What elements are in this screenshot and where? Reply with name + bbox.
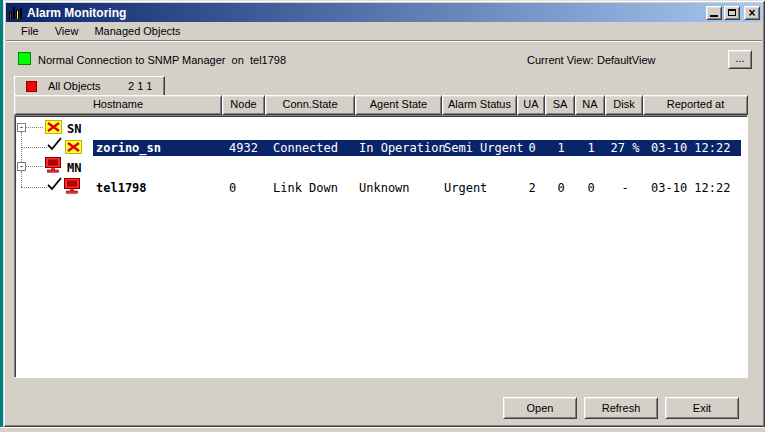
object-tree-list: - SN zorino_sn 4932 Connected In Operati… xyxy=(14,115,748,378)
tree-line xyxy=(26,166,43,167)
checkmark-icon[interactable] xyxy=(46,136,63,155)
tab-alarm-red-square-icon xyxy=(26,81,37,92)
sn-group-yellow-x-icon xyxy=(45,120,62,137)
cell-agent-state: In Operation xyxy=(359,140,446,156)
refresh-button[interactable]: Refresh xyxy=(584,397,658,419)
alarm-monitoring-window: Alarm Monitoring × File View Managed Obj… xyxy=(3,0,765,427)
minimize-button[interactable] xyxy=(706,6,722,20)
menubar: File View Managed Objects xyxy=(6,22,762,41)
cell-reported-at: 03-10 12:22 xyxy=(651,140,730,156)
column-header-reported-at[interactable]: Reported at xyxy=(643,95,748,115)
cell-alarm-status: Urgent xyxy=(444,180,487,196)
column-header-ua[interactable]: UA xyxy=(517,95,545,115)
tree-line xyxy=(21,147,47,148)
table-row-tel1798[interactable]: tel1798 0 Link Down Unknown Urgent 2 0 0… xyxy=(93,180,741,196)
cell-sa: 0 xyxy=(546,180,576,196)
table-row-zorino-sn[interactable]: zorino_sn 4932 Connected In Operation Se… xyxy=(93,140,741,156)
sn-node-yellow-x-icon xyxy=(65,140,82,157)
expander-minus-box-icon[interactable]: - xyxy=(17,162,26,171)
mn-node-red-terminal-icon xyxy=(63,178,81,197)
checkmark-icon[interactable] xyxy=(46,176,63,195)
close-button[interactable]: × xyxy=(744,6,760,20)
tree-line xyxy=(21,187,47,188)
exit-button[interactable]: Exit xyxy=(665,397,739,419)
taskbar-edge-strip xyxy=(0,427,765,432)
cell-na: 1 xyxy=(576,140,606,156)
cell-conn-state: Link Down xyxy=(273,180,338,196)
cell-disk: - xyxy=(606,180,644,196)
menu-view[interactable]: View xyxy=(49,23,85,39)
column-header-alarm-status[interactable]: Alarm Status xyxy=(442,95,517,115)
table-header: Hostname Node Conn.State Agent State Ala… xyxy=(14,95,748,115)
tree-line xyxy=(21,171,22,187)
menu-file[interactable]: File xyxy=(15,23,45,39)
titlebar[interactable]: Alarm Monitoring × xyxy=(6,3,762,22)
maximize-icon xyxy=(728,9,736,16)
close-icon: × xyxy=(748,8,755,18)
cell-reported-at: 03-10 12:22 xyxy=(651,180,730,196)
cell-disk: 27 % xyxy=(606,140,644,156)
cell-conn-state: Connected xyxy=(273,140,338,156)
column-header-node[interactable]: Node xyxy=(222,95,265,115)
column-header-disk[interactable]: Disk xyxy=(605,95,643,115)
cell-hostname[interactable]: zorino_sn xyxy=(96,140,161,156)
connection-status-text: Normal Connection to SNMP Manager on tel… xyxy=(38,54,286,66)
tab-counts: 2 1 1 xyxy=(128,80,152,92)
group-label-sn[interactable]: SN xyxy=(67,122,81,136)
cell-hostname[interactable]: tel1798 xyxy=(96,180,147,196)
cell-ua: 0 xyxy=(518,140,546,156)
cell-alarm-status: Semi Urgent xyxy=(444,140,523,156)
current-view-label: Current View: xyxy=(527,54,593,66)
window-controls: × xyxy=(706,6,760,20)
cell-na: 0 xyxy=(576,180,606,196)
view-browse-button[interactable]: ... xyxy=(728,50,752,69)
cell-ua: 2 xyxy=(518,180,546,196)
mn-group-red-terminal-icon xyxy=(44,157,62,176)
cell-agent-state: Unknown xyxy=(359,180,410,196)
expander-minus-box-icon[interactable]: - xyxy=(17,123,26,132)
column-header-agent-state[interactable]: Agent State xyxy=(355,95,442,115)
tab-all-objects[interactable]: All Objects 2 1 1 xyxy=(14,76,165,96)
menu-managed-objects[interactable]: Managed Objects xyxy=(88,23,186,39)
cell-node: 4932 xyxy=(229,140,258,156)
cell-node: 0 xyxy=(229,180,236,196)
app-bar-chart-icon xyxy=(8,6,23,20)
group-label-mn[interactable]: MN xyxy=(67,161,81,175)
desktop: Alarm Monitoring × File View Managed Obj… xyxy=(0,0,765,432)
column-header-hostname[interactable]: Hostname xyxy=(14,95,222,115)
column-header-conn-state[interactable]: Conn.State xyxy=(265,95,355,115)
connection-status-green-square-icon xyxy=(18,52,31,65)
window-title: Alarm Monitoring xyxy=(27,6,706,20)
tree-line xyxy=(26,127,43,128)
tab-label: All Objects xyxy=(48,80,101,92)
maximize-button[interactable] xyxy=(724,6,740,20)
column-header-sa[interactable]: SA xyxy=(545,95,575,115)
cell-sa: 1 xyxy=(546,140,576,156)
minimize-icon xyxy=(710,15,718,17)
current-view-value: DefaultView xyxy=(597,54,656,66)
column-header-na[interactable]: NA xyxy=(575,95,605,115)
open-button[interactable]: Open xyxy=(503,397,577,419)
